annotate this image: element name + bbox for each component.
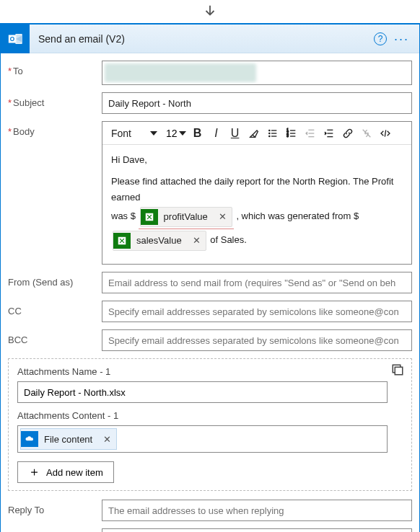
body-text: , which was generated from $ bbox=[236, 211, 359, 222]
from-label: From (Send as) bbox=[8, 272, 102, 288]
to-input[interactable] bbox=[102, 61, 412, 85]
editor-toolbar: Font 12 B I U 123 bbox=[102, 122, 411, 145]
attachments-box: Attachments Name - 1 Attachments Content… bbox=[8, 358, 412, 491]
card-header: O Send an email (V2) ? ··· bbox=[1, 25, 419, 53]
from-input[interactable] bbox=[102, 272, 412, 293]
svg-point-3 bbox=[268, 130, 269, 130]
close-icon[interactable]: ✕ bbox=[214, 209, 232, 225]
svg-rect-24 bbox=[395, 368, 403, 376]
subject-label: *Subject bbox=[8, 92, 102, 108]
numbers-icon[interactable]: 123 bbox=[284, 126, 299, 141]
bcc-label: BCC bbox=[8, 329, 102, 345]
size-select[interactable]: 12 bbox=[166, 128, 186, 139]
unlink-icon[interactable] bbox=[359, 126, 374, 141]
att-name-input[interactable] bbox=[17, 381, 388, 403]
font-select[interactable]: Font bbox=[107, 128, 162, 139]
array-mode-icon[interactable] bbox=[391, 363, 404, 376]
to-token-redacted bbox=[105, 63, 256, 82]
underline-button[interactable]: U bbox=[228, 126, 242, 141]
importance-select[interactable]: Importance ⌄ bbox=[102, 528, 412, 532]
link-icon[interactable] bbox=[341, 126, 355, 141]
editor-content[interactable]: Hi Dave, Please find attached the daily … bbox=[102, 145, 411, 264]
svg-text:O: O bbox=[10, 35, 15, 42]
outlook-icon: O bbox=[1, 25, 30, 53]
excel-icon bbox=[141, 209, 158, 225]
action-card: O Send an email (V2) ? ··· *To *Subject … bbox=[0, 23, 420, 532]
body-text: Hi Dave, bbox=[111, 152, 403, 168]
dynamic-token-file-content[interactable]: File content ✕ bbox=[20, 428, 117, 450]
outdent-icon[interactable] bbox=[303, 126, 318, 141]
body-text: of Sales. bbox=[210, 235, 247, 246]
body-text: Please find attached the daily report fo… bbox=[111, 176, 393, 203]
rich-editor: Font 12 B I U 123 bbox=[102, 121, 412, 265]
bullets-icon[interactable] bbox=[266, 126, 280, 141]
att-content-label: Attachments Content - 1 bbox=[17, 410, 403, 421]
close-icon[interactable]: ✕ bbox=[188, 233, 206, 249]
dynamic-token-profit[interactable]: profitValue ✕ bbox=[140, 207, 232, 227]
cc-input[interactable] bbox=[102, 301, 412, 322]
italic-button[interactable]: I bbox=[209, 126, 224, 141]
excel-icon bbox=[113, 233, 131, 249]
reply-input[interactable] bbox=[102, 500, 412, 521]
att-name-label: Attachments Name - 1 bbox=[17, 366, 403, 377]
reply-label: Reply To bbox=[8, 500, 102, 515]
indent-icon[interactable] bbox=[322, 126, 336, 141]
onedrive-icon bbox=[21, 431, 38, 447]
to-label: *To bbox=[8, 61, 102, 76]
svg-point-7 bbox=[268, 136, 269, 136]
add-new-item-button[interactable]: ＋ Add new item bbox=[17, 461, 114, 483]
more-menu-icon[interactable]: ··· bbox=[391, 35, 412, 43]
flow-arrow-down bbox=[0, 0, 420, 23]
highlight-icon[interactable] bbox=[247, 126, 261, 141]
importance-label: Importance bbox=[8, 528, 102, 532]
subject-input[interactable] bbox=[102, 92, 412, 114]
dynamic-token-sales[interactable]: salesValue ✕ bbox=[113, 231, 206, 251]
code-view-icon[interactable] bbox=[378, 126, 393, 141]
bcc-input[interactable] bbox=[102, 329, 412, 351]
svg-text:3: 3 bbox=[286, 134, 289, 138]
body-text: was $ bbox=[111, 211, 139, 222]
bold-button[interactable]: B bbox=[191, 126, 205, 141]
svg-point-5 bbox=[268, 133, 269, 133]
card-title: Send an email (V2) bbox=[30, 33, 374, 45]
help-icon[interactable]: ? bbox=[374, 32, 387, 45]
body-label: *Body bbox=[8, 121, 102, 137]
cc-label: CC bbox=[8, 301, 102, 316]
close-icon[interactable]: ✕ bbox=[98, 434, 116, 445]
